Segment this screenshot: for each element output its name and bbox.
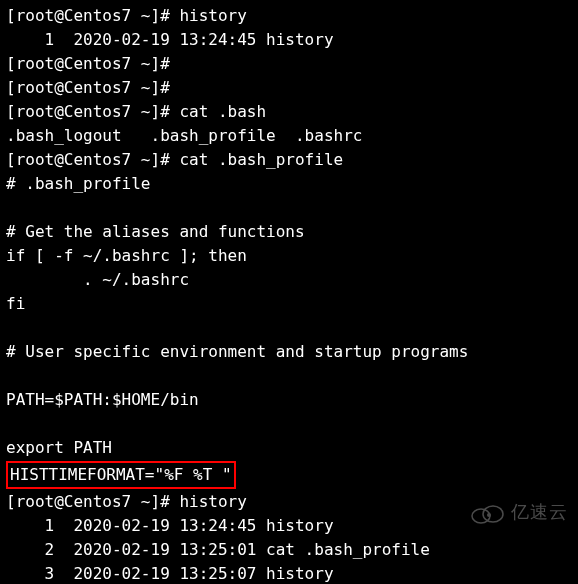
- file-content: # .bash_profile: [6, 174, 151, 193]
- highlight-annotation: HISTTIMEFORMAT="%F %T ": [6, 461, 236, 489]
- svg-point-1: [483, 506, 503, 522]
- command-text: cat .bash_profile: [179, 150, 343, 169]
- shell-prompt: [root@Centos7 ~]#: [6, 102, 179, 121]
- history-entry: 3 2020-02-19 13:25:07 history: [6, 564, 334, 583]
- shell-prompt: [root@Centos7 ~]#: [6, 6, 179, 25]
- file-content: PATH=$PATH:$HOME/bin: [6, 390, 199, 409]
- watermark-text: 亿速云: [511, 499, 568, 526]
- file-content: fi: [6, 294, 25, 313]
- file-content-highlighted: HISTTIMEFORMAT="%F %T ": [10, 465, 232, 484]
- svg-point-2: [487, 513, 491, 517]
- file-content: if [ -f ~/.bashrc ]; then: [6, 246, 247, 265]
- shell-prompt: [root@Centos7 ~]#: [6, 492, 179, 511]
- history-entry: 1 2020-02-19 13:24:45 history: [6, 30, 334, 49]
- file-content: # Get the aliases and functions: [6, 222, 305, 241]
- terminal-output[interactable]: [root@Centos7 ~]# history 1 2020-02-19 1…: [6, 4, 572, 584]
- command-text: cat .bash: [179, 102, 266, 121]
- cloud-icon: [469, 501, 505, 525]
- history-entry: 1 2020-02-19 13:24:45 history: [6, 516, 334, 535]
- tab-completion-output: .bash_logout .bash_profile .bashrc: [6, 126, 362, 145]
- file-content: export PATH: [6, 438, 112, 457]
- command-text: history: [179, 492, 246, 511]
- shell-prompt: [root@Centos7 ~]#: [6, 78, 179, 97]
- shell-prompt: [root@Centos7 ~]#: [6, 54, 179, 73]
- shell-prompt: [root@Centos7 ~]#: [6, 150, 179, 169]
- history-entry: 2 2020-02-19 13:25:01 cat .bash_profile: [6, 540, 430, 559]
- file-content: # User specific environment and startup …: [6, 342, 468, 361]
- file-content: . ~/.bashrc: [6, 270, 189, 289]
- command-text: history: [179, 6, 246, 25]
- watermark: 亿速云: [469, 499, 568, 526]
